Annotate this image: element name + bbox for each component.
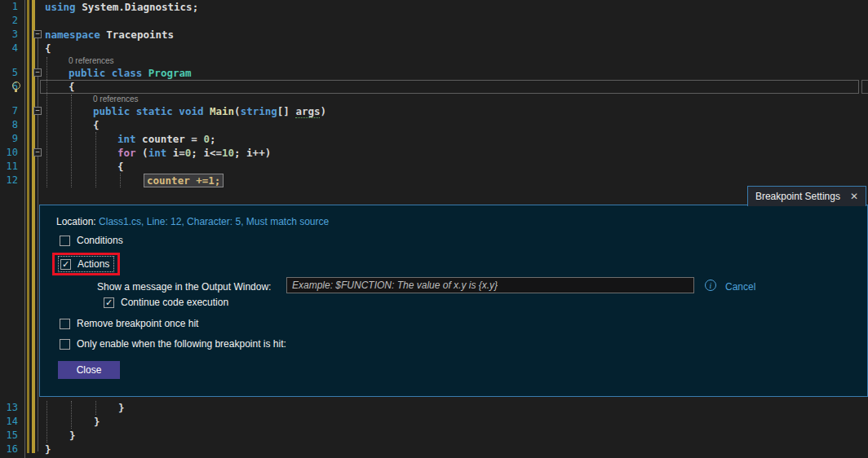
conditions-checkbox[interactable]	[60, 236, 70, 246]
continue-execution-checkbox[interactable]: ✓	[104, 297, 114, 308]
code-text: {	[0, 80, 868, 94]
code-text: counter +=1;	[0, 174, 868, 187]
continue-execution-row: ✓ Continue code execution	[104, 297, 228, 308]
code-text: }	[0, 443, 868, 456]
location-row: Location: Class1.cs, Line: 12, Character…	[56, 216, 329, 227]
continue-execution-label: Continue code execution	[121, 297, 228, 308]
code-text: public static void Main(string[] args)	[0, 104, 868, 118]
remove-breakpoint-label: Remove breakpoint once hit	[77, 318, 198, 329]
code-text: }	[0, 429, 868, 443]
info-icon[interactable]: i	[705, 280, 716, 291]
close-button[interactable]: Close	[58, 361, 120, 379]
code-editor-upper: 1using System.Diagnostics;23−namespace T…	[0, 0, 868, 187]
code-text: {	[0, 160, 868, 174]
remove-breakpoint-checkbox[interactable]	[60, 319, 70, 329]
actions-row: ✓ Actions	[59, 257, 113, 271]
references-text: 0 references	[0, 55, 868, 66]
code-text: {	[0, 42, 868, 55]
code-line: 12counter +=1;	[0, 174, 868, 187]
location-label: Location:	[56, 216, 96, 227]
close-icon[interactable]: ✕	[850, 191, 858, 202]
output-message-label: Show a message in the Output Window:	[97, 281, 271, 293]
location-link[interactable]: Class1.cs, Line: 12, Character: 5, Must …	[99, 216, 329, 227]
code-line: 7−public static void Main(string[] args)	[0, 104, 868, 118]
cancel-link[interactable]: Cancel	[725, 281, 755, 293]
code-text: using System.Diagnostics;	[0, 0, 868, 14]
codelens-references[interactable]: 0 references	[0, 94, 868, 104]
actions-checkbox[interactable]: ✓	[60, 259, 71, 270]
code-text: public class Program	[0, 66, 868, 80]
line-number: 2	[0, 14, 18, 28]
fold-collapse-icon[interactable]: −	[33, 30, 42, 38]
annotation-red-box: ✓ Actions	[52, 253, 120, 275]
code-line: 3−namespace Tracepoints	[0, 28, 868, 42]
code-text: for (int i=0; i<=10; i++)	[0, 146, 868, 160]
code-line: 14}	[0, 415, 868, 429]
fold-collapse-icon[interactable]: −	[33, 68, 42, 77]
code-line: 13}	[0, 401, 868, 415]
codelens-references[interactable]: 0 references	[0, 55, 868, 66]
code-line: 16}	[0, 443, 868, 456]
checkmark-icon: ✓	[105, 298, 113, 307]
visual-studio-editor: 1using System.Diagnostics;23−namespace T…	[0, 0, 868, 458]
only-enable-row: Only enable when the following breakpoin…	[60, 338, 286, 350]
code-line: 8{	[0, 118, 868, 132]
conditions-row: Conditions	[60, 235, 123, 246]
breakpoint-settings-panel: Location: Class1.cs, Line: 12, Character…	[39, 205, 868, 397]
tab-title: Breakpoint Settings	[755, 191, 840, 202]
breakpoint-settings-tab[interactable]: Breakpoint Settings ✕	[747, 186, 866, 206]
code-editor-lower: 13}14}15}16}	[0, 397, 868, 458]
code-text: int counter = 0;	[0, 132, 868, 146]
code-line: 9int counter = 0;	[0, 132, 868, 146]
code-line: 6{	[0, 80, 868, 94]
fold-collapse-icon[interactable]: −	[33, 148, 42, 156]
code-text: }	[0, 415, 868, 429]
code-text: namespace Tracepoints	[0, 28, 868, 42]
conditions-label: Conditions	[77, 235, 123, 246]
code-line: 15}	[0, 429, 868, 443]
code-line: 4{	[0, 42, 868, 55]
fold-collapse-icon[interactable]: −	[33, 107, 42, 115]
remove-breakpoint-row: Remove breakpoint once hit	[60, 318, 198, 329]
actions-label: Actions	[78, 258, 109, 270]
code-line: 11{	[0, 160, 868, 174]
code-line: 2	[0, 14, 868, 28]
references-text: 0 references	[0, 94, 868, 104]
checkmark-icon: ✓	[62, 260, 69, 269]
breakpoint-span-highlight: counter +=1;	[144, 174, 224, 187]
output-message-input[interactable]	[286, 277, 694, 293]
code-line: 1using System.Diagnostics;	[0, 0, 868, 14]
code-text: }	[0, 401, 868, 415]
code-line: 10−for (int i=0; i<=10; i++)	[0, 146, 868, 160]
only-enable-checkbox[interactable]	[60, 339, 70, 350]
only-enable-label: Only enable when the following breakpoin…	[77, 338, 286, 350]
code-text: {	[0, 118, 868, 132]
code-line: 5−public class Program	[0, 66, 868, 80]
